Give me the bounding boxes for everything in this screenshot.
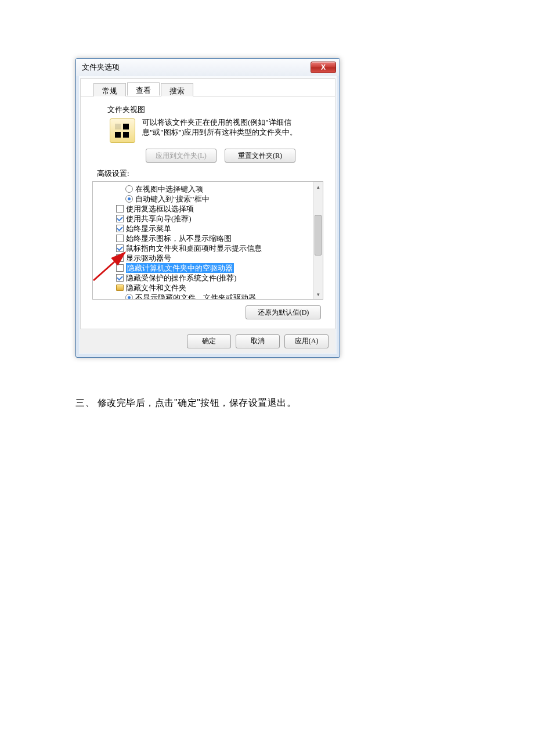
tree-row[interactable]: 鼠标指向文件夹和桌面项时显示提示信息 xyxy=(96,243,311,253)
folder-view-description: 可以将该文件夹正在使用的视图(例如"详细信息"或"图标")应用到所有这种类型的文… xyxy=(142,117,316,137)
scroll-track[interactable] xyxy=(313,192,323,289)
tree-row[interactable]: 始终显示图标，从不显示缩略图 xyxy=(96,233,311,243)
tree-row[interactable]: 使用共享向导(推荐) xyxy=(96,214,311,224)
tree-item-label: 使用共享向导(推荐) xyxy=(126,214,192,224)
scroll-down-icon[interactable]: ▾ xyxy=(313,289,323,299)
checkbox-icon[interactable] xyxy=(116,235,124,242)
folder-options-dialog: 文件夹选项 X 常规 查看 搜索 文件夹视图 可以将该文件夹正在使用 xyxy=(75,58,342,360)
checkbox-icon[interactable] xyxy=(116,225,124,232)
advanced-settings-label: 高级设置: xyxy=(97,168,327,179)
apply-button[interactable]: 应用(A) xyxy=(284,334,329,348)
apply-to-folders-button[interactable]: 应用到文件夹(L) xyxy=(146,149,217,163)
tree-item-label: 隐藏受保护的操作系统文件(推荐) xyxy=(126,273,237,283)
tree-row[interactable]: 隐藏计算机文件夹中的空驱动器 xyxy=(96,263,311,273)
checkbox-icon[interactable] xyxy=(116,264,124,272)
ok-button[interactable]: 确定 xyxy=(187,334,231,348)
dialog-title: 文件夹选项 xyxy=(82,62,120,73)
tree-item-label: 始终显示菜单 xyxy=(126,224,171,233)
folder-view-title: 文件夹视图 xyxy=(107,105,323,115)
radio-icon[interactable] xyxy=(125,294,133,299)
tree-item-label: 使用复选框以选择项 xyxy=(126,204,194,214)
instruction-text: 三、 修改完毕后，点击"确定"按钮，保存设置退出。 xyxy=(75,397,459,409)
tab-bar: 常规 查看 搜索 xyxy=(81,79,335,96)
tree-row[interactable]: 在视图中选择键入项 xyxy=(96,184,311,194)
tree-item-label: 始终显示图标，从不显示缩略图 xyxy=(126,233,232,243)
tree-row[interactable]: 自动键入到"搜索"框中 xyxy=(96,194,311,204)
scroll-thumb[interactable] xyxy=(315,215,322,255)
tree-row[interactable]: 始终显示菜单 xyxy=(96,224,311,233)
radio-icon[interactable] xyxy=(125,195,133,203)
radio-icon[interactable] xyxy=(125,185,133,193)
tree-row[interactable]: 隐藏文件和文件夹 xyxy=(96,283,311,293)
reset-folders-button[interactable]: 重置文件夹(R) xyxy=(225,149,295,163)
checkbox-icon[interactable] xyxy=(116,244,124,252)
scroll-up-icon[interactable]: ▴ xyxy=(313,182,323,192)
tree-item-label: 自动键入到"搜索"框中 xyxy=(135,194,210,204)
tab-content: 文件夹视图 可以将该文件夹正在使用的视图(例如"详细信息"或"图标")应用到所有… xyxy=(81,96,335,325)
scrollbar[interactable]: ▴ ▾ xyxy=(313,182,323,299)
tree-item-label: 隐藏计算机文件夹中的空驱动器 xyxy=(126,263,234,273)
tree-item-label: 鼠标指向文件夹和桌面项时显示提示信息 xyxy=(126,243,262,253)
folder-view-icon xyxy=(110,118,135,143)
dialog-button-bar: 确定 取消 应用(A) xyxy=(80,329,335,353)
close-button[interactable]: X xyxy=(311,62,336,73)
checkbox-icon[interactable] xyxy=(116,215,124,222)
checkbox-icon[interactable] xyxy=(116,274,124,282)
tab-general[interactable]: 常规 xyxy=(93,83,126,96)
close-icon: X xyxy=(321,63,326,71)
tree-item-label: 显示驱动器号 xyxy=(126,253,171,263)
tab-view[interactable]: 查看 xyxy=(127,82,160,96)
tree-row[interactable]: 不显示隐藏的文件、文件夹或驱动器 xyxy=(96,293,311,299)
cancel-button[interactable]: 取消 xyxy=(236,334,280,348)
advanced-settings-tree[interactable]: 在视图中选择键入项自动键入到"搜索"框中使用复选框以选择项使用共享向导(推荐)始… xyxy=(92,181,323,300)
checkbox-icon[interactable] xyxy=(116,254,124,262)
tab-search[interactable]: 搜索 xyxy=(161,83,193,96)
tree-item-label: 在视图中选择键入项 xyxy=(135,184,203,194)
checkbox-icon[interactable] xyxy=(116,205,124,213)
titlebar[interactable]: 文件夹选项 X xyxy=(76,59,340,76)
restore-defaults-button[interactable]: 还原为默认值(D) xyxy=(246,305,321,319)
tree-item-label: 隐藏文件和文件夹 xyxy=(126,283,186,293)
folder-icon xyxy=(116,285,124,291)
folder-view-group: 文件夹视图 可以将该文件夹正在使用的视图(例如"详细信息"或"图标")应用到所有… xyxy=(92,105,323,163)
tree-row[interactable]: 隐藏受保护的操作系统文件(推荐) xyxy=(96,273,311,283)
tree-row[interactable]: 使用复选框以选择项 xyxy=(96,204,311,214)
tree-item-label: 不显示隐藏的文件、文件夹或驱动器 xyxy=(135,293,256,299)
dialog-client: 常规 查看 搜索 文件夹视图 可以将该文件夹正在使用的视图(例如"详细信息"或"… xyxy=(80,78,335,353)
tree-row[interactable]: 显示驱动器号 xyxy=(96,253,311,263)
